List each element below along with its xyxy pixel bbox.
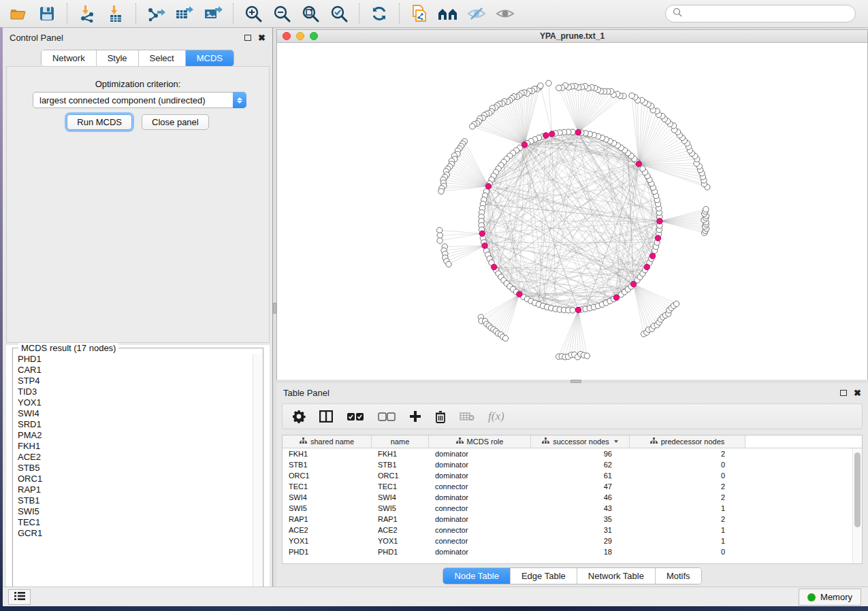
zoom-in-button[interactable] <box>242 3 265 24</box>
table-cell: YOX1 <box>283 535 372 546</box>
table-cell: 47 <box>531 481 630 492</box>
criterion-dropdown[interactable]: largest connected component (undirected) <box>33 92 246 108</box>
table-row[interactable]: PHD1PHD1dominator180 <box>283 546 852 557</box>
network-window-titlebar[interactable]: YPA_prune.txt_1 <box>277 30 867 43</box>
column-layout-icon[interactable] <box>319 410 333 423</box>
mcds-result-item[interactable]: SWI5 <box>14 506 253 517</box>
mcds-result-item[interactable]: CAR1 <box>14 365 253 376</box>
table-cell: SWI5 <box>372 503 429 514</box>
select-all-icon[interactable] <box>347 412 364 421</box>
mcds-result-item[interactable]: ACE2 <box>14 452 253 463</box>
mcds-result-item[interactable]: PMA2 <box>14 430 253 441</box>
column-header-predecessor-nodes[interactable]: predecessor nodes <box>630 435 745 448</box>
mcds-result-item[interactable]: RAP1 <box>14 484 253 495</box>
table-cell: STB1 <box>372 459 429 470</box>
table-cell: 0 <box>630 470 745 481</box>
mcds-result-item[interactable]: GCR1 <box>14 528 253 539</box>
tab-network[interactable]: Network <box>42 50 97 66</box>
add-column-icon[interactable] <box>409 410 421 423</box>
close-panel-icon[interactable]: ✖ <box>258 33 266 42</box>
table-cell: 2 <box>630 514 745 525</box>
search-input[interactable] <box>686 9 848 19</box>
table-scrollbar-thumb[interactable] <box>854 452 861 527</box>
float-panel-icon[interactable] <box>244 35 251 41</box>
memory-status-icon <box>807 593 816 601</box>
import-table-button[interactable] <box>104 3 127 24</box>
close-panel-button[interactable]: Close panel <box>142 114 209 130</box>
table-row[interactable]: SWI5SWI5connector431 <box>283 503 852 514</box>
mcds-result-item[interactable]: SWI4 <box>14 408 253 419</box>
tab-network-table[interactable]: Network Table <box>577 568 656 584</box>
hide-selection-button[interactable] <box>465 3 488 24</box>
memory-button[interactable]: Memory <box>799 589 861 606</box>
zoom-selected-button[interactable] <box>327 3 351 24</box>
show-task-history-button[interactable] <box>8 589 31 605</box>
tab-mcds[interactable]: MCDS <box>186 50 234 66</box>
table-cell: SWI5 <box>283 503 372 514</box>
mcds-result-item[interactable]: STP4 <box>14 376 253 386</box>
new-network-from-selection-button[interactable] <box>408 3 431 24</box>
delete-column-icon[interactable] <box>435 410 446 423</box>
column-header-shared-name[interactable]: shared name <box>283 435 372 448</box>
table-row[interactable]: YOX1YOX1connector291 <box>283 535 852 546</box>
apply-layout-button[interactable] <box>368 3 391 24</box>
show-all-button[interactable] <box>494 3 517 24</box>
zoom-out-button[interactable] <box>270 3 293 24</box>
clear-table-icon[interactable] <box>460 412 475 421</box>
tab-node-table[interactable]: Node Table <box>443 568 511 584</box>
table-row[interactable]: SWI4SWI4dominator462 <box>283 492 852 503</box>
mcds-result-item[interactable]: TID3 <box>14 386 253 397</box>
table-row[interactable]: TEC1TEC1connector472 <box>283 481 852 492</box>
mcds-result-item[interactable]: SRD1 <box>14 419 253 430</box>
export-table-button[interactable] <box>173 3 196 24</box>
mcds-result-item[interactable]: FKH1 <box>14 441 253 452</box>
open-button[interactable] <box>7 3 30 24</box>
export-network-button[interactable] <box>144 3 167 24</box>
status-bar: Memory <box>3 587 868 606</box>
column-header-name[interactable]: name <box>372 435 429 448</box>
table-cell: connector <box>429 503 531 514</box>
unselect-all-icon[interactable] <box>378 412 396 421</box>
function-builder-icon[interactable]: f(x) <box>488 410 504 423</box>
zoom-fit-button[interactable] <box>299 3 322 24</box>
import-network-button[interactable] <box>76 3 99 24</box>
tab-motifs[interactable]: Motifs <box>656 568 701 584</box>
tab-edge-table[interactable]: Edge Table <box>511 568 577 584</box>
table-row[interactable]: ACE2ACE2connector311 <box>283 525 852 535</box>
attribute-type-icon <box>650 437 658 446</box>
mcds-result-item[interactable]: TEC1 <box>14 517 253 528</box>
gear-icon[interactable] <box>292 410 306 423</box>
show-all-icon <box>496 6 515 21</box>
mcds-result-item[interactable]: STB1 <box>14 495 253 506</box>
table-cell: 61 <box>531 470 630 481</box>
mcds-result-panel: MCDS result (17 nodes) PHD1CAR1STP4TID3Y… <box>6 345 270 605</box>
table-row[interactable]: STB1STB1dominator620 <box>283 459 852 470</box>
first-neighbors-button[interactable] <box>436 3 460 24</box>
network-canvas[interactable] <box>277 44 867 380</box>
mcds-result-item[interactable]: STB5 <box>14 463 253 474</box>
column-header-MCDS-role[interactable]: MCDS role <box>429 435 531 448</box>
close-panel-icon[interactable]: ✖ <box>854 389 861 397</box>
control-panel-titlebar: Control Panel ✖ <box>3 28 272 47</box>
mcds-result-item[interactable]: ORC1 <box>14 474 253 484</box>
save-button[interactable] <box>35 3 59 24</box>
tab-style[interactable]: Style <box>97 50 139 66</box>
mcds-result-item[interactable]: YOX1 <box>14 397 253 408</box>
control-panel-tabs: NetworkStyleSelectMCDS <box>41 50 234 67</box>
export-image-button[interactable] <box>202 3 225 24</box>
table-scrollbar[interactable] <box>852 448 862 563</box>
table-cell: 2 <box>630 448 745 459</box>
table-row[interactable]: ORC1ORC1dominator610 <box>283 470 852 481</box>
mcds-result-item[interactable]: PHD1 <box>14 354 253 365</box>
float-panel-icon[interactable] <box>840 390 847 396</box>
import-table-icon <box>107 5 125 22</box>
column-header-successor-nodes[interactable]: successor nodes <box>531 435 630 448</box>
run-mcds-button[interactable]: Run MCDS <box>67 114 132 130</box>
table-cell: connector <box>429 535 531 546</box>
table-cell: ORC1 <box>372 470 429 481</box>
mcds-result-scrollbar[interactable] <box>253 354 262 598</box>
table-row[interactable]: RAP1RAP1dominator352 <box>283 514 852 525</box>
tab-select[interactable]: Select <box>139 50 186 66</box>
table-row[interactable]: FKH1FKH1dominator962 <box>283 448 852 459</box>
table-panel-title: Table Panel <box>283 388 329 398</box>
